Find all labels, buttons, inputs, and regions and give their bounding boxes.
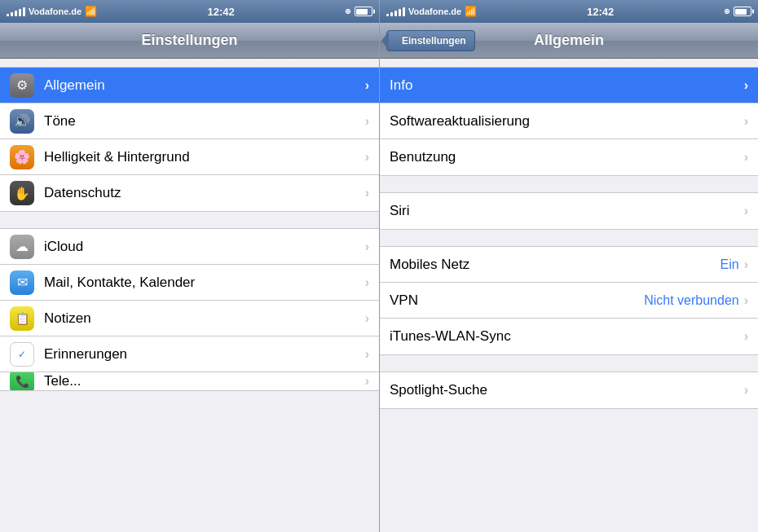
- settings-row-benutzung[interactable]: Benutzung ›: [380, 139, 758, 175]
- right-panel: Vodafone.de 📶 12:42 ⊕ Einstellungen Allg…: [379, 0, 758, 532]
- settings-row-mail[interactable]: ✉ Mail, Kontakte, Kalender ›: [0, 265, 379, 301]
- settings-row-spotlight-suche[interactable]: Spotlight-Suche ›: [380, 372, 758, 408]
- label-softwareaktualisierung: Softwareaktualisierung: [390, 113, 744, 130]
- settings-row-allgemein[interactable]: ⚙ Allgemein ›: [0, 68, 379, 103]
- settings-content-right[interactable]: Info › Softwareaktualisierung › Benutzun…: [380, 59, 758, 532]
- allgemein-group-1: Info › Softwareaktualisierung › Benutzun…: [380, 67, 758, 176]
- settings-row-softwareaktualisierung[interactable]: Softwareaktualisierung ›: [380, 103, 758, 139]
- settings-group-2: ☁ iCloud › ✉ Mail, Kontakte, Kalender › …: [0, 228, 379, 391]
- settings-group-1: ⚙ Allgemein › 🔊 Töne › 🌸 Helligkeit & Hi…: [0, 67, 379, 212]
- settings-row-itunes-wlan-sync[interactable]: iTunes-WLAN-Sync ›: [380, 319, 758, 354]
- label-datenschutz: Datenschutz: [44, 185, 365, 201]
- icon-mail: ✉: [10, 270, 34, 295]
- settings-content-left[interactable]: ⚙ Allgemein › 🔊 Töne › 🌸 Helligkeit & Hi…: [0, 59, 379, 532]
- chevron-notizen: ›: [365, 311, 369, 326]
- battery-icon-right: [734, 7, 751, 16]
- label-icloud: iCloud: [44, 239, 365, 255]
- chevron-benutzung: ›: [744, 150, 748, 165]
- status-right-right: ⊕: [724, 7, 751, 16]
- settings-row-mobiles-netz[interactable]: Mobiles Netz Ein ›: [380, 247, 758, 283]
- label-info: Info: [390, 77, 744, 94]
- icon-helligkeit: 🌸: [10, 145, 34, 169]
- icon-telefon: 📞: [10, 372, 34, 390]
- label-vpn: VPN: [390, 292, 644, 309]
- settings-row-toene[interactable]: 🔊 Töne ›: [0, 103, 379, 139]
- chevron-vpn: ›: [744, 293, 748, 308]
- signal-icon-right: [386, 7, 405, 16]
- wifi-icon-left: 📶: [85, 6, 97, 17]
- allgemein-group-2: Siri ›: [380, 192, 758, 230]
- chevron-toene: ›: [365, 114, 369, 129]
- chevron-erinnerungen: ›: [365, 347, 369, 362]
- label-telefon: Tele...: [44, 373, 365, 389]
- label-toene: Töne: [44, 113, 365, 130]
- settings-row-datenschutz[interactable]: ✋ Datenschutz ›: [0, 175, 379, 211]
- icon-notizen: 📋: [10, 306, 34, 331]
- settings-row-telefon[interactable]: 📞 Tele... ›: [0, 372, 379, 390]
- icon-toene: 🔊: [10, 109, 34, 134]
- icon-datenschutz: ✋: [10, 181, 34, 205]
- status-right-left: ⊕: [345, 7, 372, 16]
- label-mail: Mail, Kontakte, Kalender: [44, 275, 365, 291]
- chevron-spotlight-suche: ›: [744, 383, 748, 398]
- chevron-itunes-wlan-sync: ›: [744, 329, 748, 344]
- value-vpn: Nicht verbunden: [644, 293, 739, 308]
- label-helligkeit: Helligkeit & Hintergrund: [44, 149, 365, 165]
- time-right: 12:42: [587, 6, 614, 18]
- back-button-wrap[interactable]: Einstellungen: [386, 30, 475, 51]
- nav-bar-left: Einstellungen: [0, 23, 379, 59]
- wifi-icon-right: 📶: [465, 6, 477, 17]
- label-mobiles-netz: Mobiles Netz: [390, 257, 721, 273]
- chevron-siri: ›: [744, 204, 748, 218]
- label-allgemein: Allgemein: [44, 77, 365, 94]
- icon-erinnerungen: ✓: [10, 342, 34, 367]
- chevron-info: ›: [744, 78, 748, 93]
- status-left: Vodafone.de 📶: [7, 6, 97, 17]
- settings-row-icloud[interactable]: ☁ iCloud ›: [0, 229, 379, 265]
- status-left-right: Vodafone.de 📶: [386, 6, 477, 17]
- settings-row-helligkeit[interactable]: 🌸 Helligkeit & Hintergrund ›: [0, 139, 379, 175]
- label-siri: Siri: [390, 203, 744, 219]
- chevron-helligkeit: ›: [365, 150, 369, 165]
- value-mobiles-netz: Ein: [721, 257, 739, 272]
- allgemein-group-3: Mobiles Netz Ein › VPN Nicht verbunden ›…: [380, 246, 758, 355]
- chevron-datenschutz: ›: [365, 186, 369, 200]
- settings-row-siri[interactable]: Siri ›: [380, 193, 758, 229]
- back-button[interactable]: Einstellungen: [386, 30, 475, 51]
- label-spotlight-suche: Spotlight-Suche: [390, 382, 744, 398]
- signal-icon: [7, 7, 25, 16]
- chevron-icloud: ›: [365, 240, 369, 254]
- settings-row-erinnerungen[interactable]: ✓ Erinnerungen ›: [0, 336, 379, 372]
- nav-title-left: Einstellungen: [141, 32, 237, 49]
- chevron-mobiles-netz: ›: [744, 257, 748, 272]
- settings-row-notizen[interactable]: 📋 Notizen ›: [0, 301, 379, 336]
- carrier-left: Vodafone.de: [29, 7, 82, 16]
- left-panel: Vodafone.de 📶 12:42 ⊕ Einstellungen ⚙ Al…: [0, 0, 379, 532]
- nav-bar-right: Einstellungen Allgemein: [380, 23, 758, 59]
- carrier-right: Vodafone.de: [408, 7, 461, 16]
- settings-row-info[interactable]: Info ›: [380, 68, 758, 103]
- chevron-telefon: ›: [365, 374, 369, 389]
- location-icon-right: ⊕: [724, 7, 730, 15]
- chevron-mail: ›: [365, 275, 369, 290]
- label-itunes-wlan-sync: iTunes-WLAN-Sync: [390, 328, 744, 345]
- allgemein-group-4: Spotlight-Suche ›: [380, 372, 758, 409]
- label-benutzung: Benutzung: [390, 149, 744, 165]
- icon-icloud: ☁: [10, 235, 34, 259]
- label-erinnerungen: Erinnerungen: [44, 346, 365, 363]
- status-bar-right: Vodafone.de 📶 12:42 ⊕: [380, 0, 758, 23]
- nav-title-right: Allgemein: [534, 32, 604, 49]
- status-bar-left: Vodafone.de 📶 12:42 ⊕: [0, 0, 379, 23]
- chevron-allgemein: ›: [365, 78, 369, 93]
- label-notizen: Notizen: [44, 310, 365, 327]
- time-left: 12:42: [207, 6, 234, 18]
- settings-row-vpn[interactable]: VPN Nicht verbunden ›: [380, 283, 758, 319]
- icon-allgemein: ⚙: [10, 73, 34, 98]
- chevron-softwareaktualisierung: ›: [744, 114, 748, 129]
- battery-icon-left: [355, 7, 372, 16]
- location-icon: ⊕: [345, 7, 351, 15]
